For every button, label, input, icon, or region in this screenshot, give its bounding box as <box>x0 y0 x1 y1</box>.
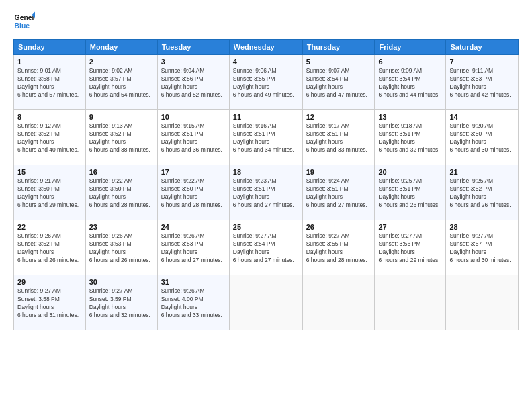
calendar-cell: 26 Sunrise: 9:27 AM Sunset: 3:55 PM Dayl… <box>302 220 375 275</box>
day-detail: Sunrise: 9:24 AM Sunset: 3:51 PM Dayligh… <box>306 177 371 210</box>
day-number: 19 <box>306 168 371 176</box>
calendar-cell <box>446 275 519 330</box>
calendar-cell: 28 Sunrise: 9:27 AM Sunset: 3:57 PM Dayl… <box>446 220 519 275</box>
day-of-week-header: Tuesday <box>157 40 229 55</box>
day-detail: Sunrise: 9:26 AM Sunset: 4:00 PM Dayligh… <box>161 287 226 320</box>
day-number: 30 <box>89 278 154 286</box>
day-of-week-header: Friday <box>375 40 446 55</box>
day-number: 8 <box>17 113 82 121</box>
day-detail: Sunrise: 9:09 AM Sunset: 3:54 PM Dayligh… <box>378 67 442 99</box>
day-detail: Sunrise: 9:07 AM Sunset: 3:54 PM Dayligh… <box>306 67 371 99</box>
day-detail: Sunrise: 9:12 AM Sunset: 3:52 PM Dayligh… <box>17 122 82 154</box>
calendar-cell: 10 Sunrise: 9:15 AM Sunset: 3:51 PM Dayl… <box>157 110 229 165</box>
day-number: 3 <box>161 58 226 66</box>
calendar-cell: 20 Sunrise: 9:25 AM Sunset: 3:51 PM Dayl… <box>375 165 446 220</box>
day-number: 2 <box>89 58 154 66</box>
calendar-cell: 3 Sunrise: 9:04 AM Sunset: 3:56 PM Dayli… <box>157 55 229 110</box>
logo-icon: General Blue <box>13 11 35 32</box>
calendar-cell: 2 Sunrise: 9:02 AM Sunset: 3:57 PM Dayli… <box>85 55 157 110</box>
page-header: General Blue <box>13 11 519 32</box>
day-number: 31 <box>161 278 226 286</box>
day-number: 17 <box>161 168 226 176</box>
day-number: 7 <box>449 58 515 66</box>
day-number: 15 <box>17 168 82 176</box>
calendar-cell: 27 Sunrise: 9:27 AM Sunset: 3:56 PM Dayl… <box>375 220 446 275</box>
day-of-week-header: Wednesday <box>229 40 302 55</box>
day-of-week-header: Monday <box>85 40 157 55</box>
calendar-cell: 9 Sunrise: 9:13 AM Sunset: 3:52 PM Dayli… <box>85 110 157 165</box>
calendar-cell: 12 Sunrise: 9:17 AM Sunset: 3:51 PM Dayl… <box>302 110 375 165</box>
day-detail: Sunrise: 9:26 AM Sunset: 3:53 PM Dayligh… <box>161 232 226 265</box>
day-detail: Sunrise: 9:13 AM Sunset: 3:52 PM Dayligh… <box>89 122 154 154</box>
svg-text:Blue: Blue <box>15 22 30 30</box>
calendar-week-row: 22 Sunrise: 9:26 AM Sunset: 3:52 PM Dayl… <box>14 220 519 275</box>
day-number: 13 <box>378 113 442 121</box>
day-detail: Sunrise: 9:27 AM Sunset: 3:58 PM Dayligh… <box>17 287 82 320</box>
calendar-table: SundayMondayTuesdayWednesdayThursdayFrid… <box>13 39 519 330</box>
day-number: 9 <box>89 113 154 121</box>
day-detail: Sunrise: 9:06 AM Sunset: 3:55 PM Dayligh… <box>233 67 299 99</box>
day-number: 27 <box>378 223 442 231</box>
calendar-cell: 13 Sunrise: 9:18 AM Sunset: 3:51 PM Dayl… <box>375 110 446 165</box>
day-detail: Sunrise: 9:27 AM Sunset: 3:57 PM Dayligh… <box>449 232 515 265</box>
calendar-week-row: 15 Sunrise: 9:21 AM Sunset: 3:50 PM Dayl… <box>14 165 519 220</box>
day-number: 10 <box>161 113 226 121</box>
calendar-week-row: 8 Sunrise: 9:12 AM Sunset: 3:52 PM Dayli… <box>14 110 519 165</box>
day-detail: Sunrise: 9:02 AM Sunset: 3:57 PM Dayligh… <box>89 67 154 99</box>
calendar-cell <box>229 275 302 330</box>
day-number: 18 <box>233 168 299 176</box>
day-detail: Sunrise: 9:18 AM Sunset: 3:51 PM Dayligh… <box>378 122 442 154</box>
calendar-week-row: 1 Sunrise: 9:01 AM Sunset: 3:58 PM Dayli… <box>14 55 519 110</box>
day-detail: Sunrise: 9:04 AM Sunset: 3:56 PM Dayligh… <box>161 67 226 99</box>
day-number: 16 <box>89 168 154 176</box>
day-number: 4 <box>233 58 299 66</box>
day-of-week-header: Thursday <box>302 40 375 55</box>
calendar-cell: 18 Sunrise: 9:23 AM Sunset: 3:51 PM Dayl… <box>229 165 302 220</box>
calendar-cell: 8 Sunrise: 9:12 AM Sunset: 3:52 PM Dayli… <box>14 110 86 165</box>
day-number: 12 <box>306 113 371 121</box>
day-number: 24 <box>161 223 226 231</box>
day-number: 1 <box>17 58 82 66</box>
day-number: 29 <box>17 278 82 286</box>
calendar-cell: 23 Sunrise: 9:26 AM Sunset: 3:53 PM Dayl… <box>85 220 157 275</box>
day-number: 23 <box>89 223 154 231</box>
day-detail: Sunrise: 9:27 AM Sunset: 3:56 PM Dayligh… <box>378 232 442 265</box>
calendar-cell: 7 Sunrise: 9:11 AM Sunset: 3:53 PM Dayli… <box>446 55 519 110</box>
day-number: 14 <box>449 113 515 121</box>
day-detail: Sunrise: 9:22 AM Sunset: 3:50 PM Dayligh… <box>161 177 226 210</box>
day-number: 21 <box>449 168 515 176</box>
day-detail: Sunrise: 9:11 AM Sunset: 3:53 PM Dayligh… <box>449 67 515 99</box>
day-number: 25 <box>233 223 299 231</box>
calendar-cell <box>302 275 375 330</box>
calendar-header-row: SundayMondayTuesdayWednesdayThursdayFrid… <box>14 40 519 55</box>
day-detail: Sunrise: 9:21 AM Sunset: 3:50 PM Dayligh… <box>17 177 82 210</box>
calendar-cell: 16 Sunrise: 9:22 AM Sunset: 3:50 PM Dayl… <box>85 165 157 220</box>
calendar-cell: 4 Sunrise: 9:06 AM Sunset: 3:55 PM Dayli… <box>229 55 302 110</box>
day-detail: Sunrise: 9:01 AM Sunset: 3:58 PM Dayligh… <box>17 67 82 99</box>
calendar-cell: 1 Sunrise: 9:01 AM Sunset: 3:58 PM Dayli… <box>14 55 86 110</box>
day-number: 20 <box>378 168 442 176</box>
calendar-cell: 22 Sunrise: 9:26 AM Sunset: 3:52 PM Dayl… <box>14 220 86 275</box>
day-detail: Sunrise: 9:25 AM Sunset: 3:51 PM Dayligh… <box>378 177 442 210</box>
day-detail: Sunrise: 9:22 AM Sunset: 3:50 PM Dayligh… <box>89 177 154 210</box>
calendar-cell: 15 Sunrise: 9:21 AM Sunset: 3:50 PM Dayl… <box>14 165 86 220</box>
calendar-cell: 17 Sunrise: 9:22 AM Sunset: 3:50 PM Dayl… <box>157 165 229 220</box>
day-number: 22 <box>17 223 82 231</box>
day-detail: Sunrise: 9:27 AM Sunset: 3:59 PM Dayligh… <box>89 287 154 320</box>
calendar-cell: 24 Sunrise: 9:26 AM Sunset: 3:53 PM Dayl… <box>157 220 229 275</box>
calendar-cell: 14 Sunrise: 9:20 AM Sunset: 3:50 PM Dayl… <box>446 110 519 165</box>
calendar-cell: 6 Sunrise: 9:09 AM Sunset: 3:54 PM Dayli… <box>375 55 446 110</box>
calendar-cell: 30 Sunrise: 9:27 AM Sunset: 3:59 PM Dayl… <box>85 275 157 330</box>
day-detail: Sunrise: 9:15 AM Sunset: 3:51 PM Dayligh… <box>161 122 226 154</box>
calendar-cell: 25 Sunrise: 9:27 AM Sunset: 3:54 PM Dayl… <box>229 220 302 275</box>
calendar-week-row: 29 Sunrise: 9:27 AM Sunset: 3:58 PM Dayl… <box>14 275 519 330</box>
day-detail: Sunrise: 9:27 AM Sunset: 3:55 PM Dayligh… <box>306 232 371 265</box>
day-detail: Sunrise: 9:16 AM Sunset: 3:51 PM Dayligh… <box>233 122 299 154</box>
day-detail: Sunrise: 9:26 AM Sunset: 3:52 PM Dayligh… <box>17 232 82 265</box>
logo: General Blue <box>13 11 35 32</box>
svg-text:General: General <box>15 14 35 21</box>
day-of-week-header: Sunday <box>14 40 86 55</box>
day-detail: Sunrise: 9:20 AM Sunset: 3:50 PM Dayligh… <box>449 122 515 154</box>
day-number: 6 <box>378 58 442 66</box>
day-detail: Sunrise: 9:27 AM Sunset: 3:54 PM Dayligh… <box>233 232 299 265</box>
